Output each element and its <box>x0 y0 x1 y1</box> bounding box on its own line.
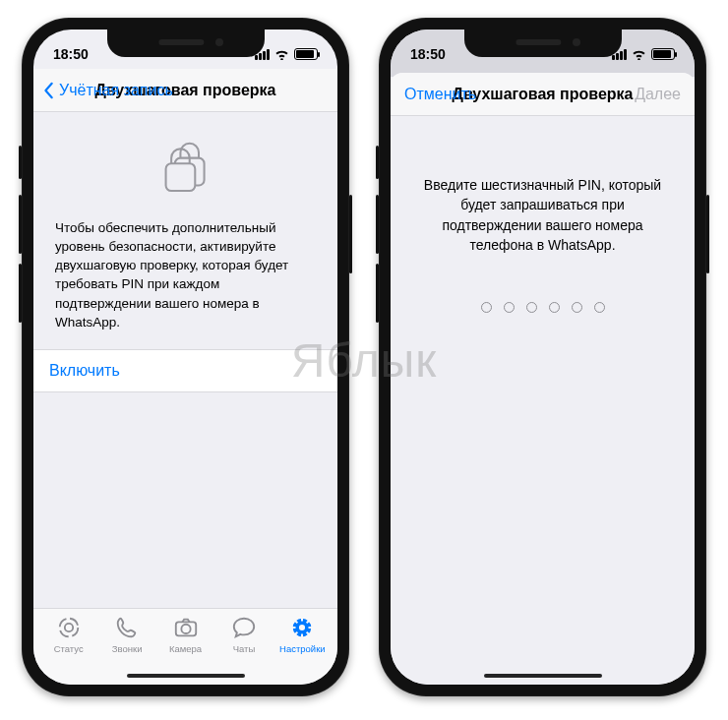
enable-label: Включить <box>49 362 120 379</box>
pin-input[interactable] <box>391 302 695 313</box>
phone-icon <box>114 615 140 640</box>
status-icon <box>56 615 82 640</box>
wifi-icon <box>274 48 289 60</box>
battery-icon <box>294 48 318 60</box>
next-label: Далее <box>635 86 681 102</box>
lock-icon <box>33 136 337 197</box>
screen: 18:50 Отменить Двухшаговая проверка <box>391 30 695 685</box>
tab-settings[interactable]: Настройки <box>273 615 332 685</box>
chat-icon <box>231 615 257 640</box>
camera-icon <box>173 615 199 640</box>
pin-dot <box>504 302 515 313</box>
status-time: 18:50 <box>53 46 89 62</box>
svg-rect-1 <box>165 163 195 191</box>
wifi-icon <box>632 48 646 60</box>
pin-dot <box>481 302 492 313</box>
pin-dot <box>526 302 537 313</box>
status-time: 18:50 <box>410 46 446 62</box>
back-button[interactable]: Учётная запись <box>43 82 173 99</box>
phone-right: 18:50 Отменить Двухшаговая проверка <box>379 18 706 696</box>
phone-left: 18:50 Учётная запись Двухшаговая проверк… <box>22 18 349 696</box>
cancel-button[interactable]: Отменить <box>404 86 476 103</box>
tab-status[interactable]: Статус <box>39 615 97 685</box>
pin-dot <box>572 302 582 313</box>
svg-point-3 <box>65 624 73 631</box>
home-indicator[interactable] <box>484 674 602 678</box>
tab-bar: Статус Звонки Камера Чаты Настройки <box>33 608 337 685</box>
svg-point-5 <box>181 625 190 633</box>
notch <box>107 30 265 57</box>
battery-icon <box>651 48 675 60</box>
enable-button[interactable]: Включить <box>33 349 337 392</box>
chevron-left-icon <box>43 82 55 99</box>
next-button[interactable]: Далее <box>635 86 681 103</box>
nav-title: Двухшаговая проверка <box>452 86 633 103</box>
nav-bar: Учётная запись Двухшаговая проверка <box>33 69 337 112</box>
notch <box>464 30 622 57</box>
pin-dot <box>549 302 560 313</box>
svg-point-7 <box>299 625 305 630</box>
gear-icon <box>289 615 315 640</box>
description-text: Чтобы обеспечить дополнительный уровень … <box>33 218 337 349</box>
nav-bar: Отменить Двухшаговая проверка Далее <box>391 73 695 116</box>
pin-dot <box>594 302 605 313</box>
cancel-label: Отменить <box>404 86 476 103</box>
back-label: Учётная запись <box>59 82 173 99</box>
pin-description: Введите шестизначный PIN, который будет … <box>391 116 695 255</box>
svg-point-2 <box>59 619 78 637</box>
home-indicator[interactable] <box>127 674 245 678</box>
screen: 18:50 Учётная запись Двухшаговая проверк… <box>33 30 337 685</box>
